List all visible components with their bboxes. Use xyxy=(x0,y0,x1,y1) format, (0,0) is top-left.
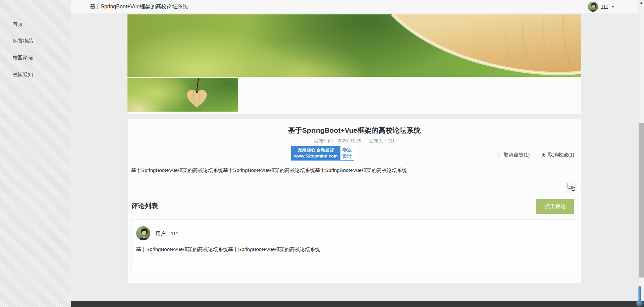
watermark-url: www.51topmind.com xyxy=(294,153,338,159)
scrollbar-up-arrow[interactable]: ▲ xyxy=(639,1,644,4)
sidebar-nav: 首页 闲置物品 校园论坛 校园通知 xyxy=(0,0,71,83)
app-root: 首页 闲置物品 校园论坛 校园通知 基于SpringBoot+Vue框架的高校论… xyxy=(0,0,644,307)
scrollbar-thumb[interactable] xyxy=(639,123,644,278)
publisher-label: 发布人： xyxy=(369,138,388,143)
sidebar-item-idle-goods[interactable]: 闲置物品 xyxy=(0,33,71,49)
page-title: 基于SpringBoot+Vue框架的高校论坛系统 xyxy=(90,0,188,13)
sidebar-item-campus-notice[interactable]: 校园通知 xyxy=(0,66,71,83)
publish-time-value: 2025-01-25 xyxy=(337,138,362,143)
vertical-scrollbar[interactable]: ▲ xyxy=(638,0,644,307)
publish-time-label: 发布时间： xyxy=(314,138,337,143)
watermark-tag-line1: 毕业 xyxy=(342,147,352,153)
floating-scroll-widget[interactable] xyxy=(636,286,643,307)
sidebar-item-home[interactable]: 首页 xyxy=(0,16,71,33)
post-content: 基于SpringBoot+Vue框架的高校论坛系统基于SpringBoot+Vu… xyxy=(131,167,578,174)
commenter-avatar xyxy=(136,226,150,240)
unfavorite-label: 取消收藏(1) xyxy=(548,152,574,158)
post-actions: ♡ 取消点赞(1) ★ 取消收藏(1) xyxy=(496,152,574,158)
comment-user-label: 用户： xyxy=(156,231,171,236)
unlike-button[interactable]: ♡ 取消点赞(1) xyxy=(496,152,530,158)
topbar: 基于SpringBoot+Vue框架的高校论坛系统 111 ▼ xyxy=(71,0,638,14)
star-icon: ★ xyxy=(541,152,546,158)
watermark-text-block: 无须担心.自动发货 www.51topmind.com xyxy=(291,146,340,160)
post-thumbnail-image[interactable] xyxy=(127,78,238,112)
comment-item: 用户：111 基于SpringBoot+Vue框架的高校论坛系统基于Spring… xyxy=(131,219,578,272)
watermark-badge: 无须担心.自动发货 www.51topmind.com 毕业 设计 xyxy=(291,146,354,161)
post-meta: 发布时间：2025-01-25发布人：111 xyxy=(128,138,581,144)
post-title: 基于SpringBoot+Vue框架的高校论坛系统 xyxy=(128,126,581,135)
comment-user-name: 111 xyxy=(171,231,178,236)
comment-user: 用户：111 xyxy=(156,231,178,237)
watermark-line1: 无须担心.自动发货 xyxy=(294,147,338,153)
comment-button[interactable]: 点击评论 xyxy=(536,199,574,214)
user-name: 111 xyxy=(601,4,608,10)
user-menu[interactable]: 111 ▼ xyxy=(588,2,614,12)
sidebar: 首页 闲置物品 校园论坛 校园通知 xyxy=(0,0,71,307)
comment-shortcut[interactable] xyxy=(564,180,580,196)
heart-outline-icon: ♡ xyxy=(496,152,501,158)
unfavorite-button[interactable]: ★ 取消收藏(1) xyxy=(541,152,574,158)
thumbnail-strip xyxy=(127,77,581,114)
footer-bar xyxy=(71,301,644,307)
unlike-label: 取消点赞(1) xyxy=(503,152,530,158)
comment-text: 基于SpringBoot+Vue框架的高校论坛系统基于SpringBoot+Vu… xyxy=(136,246,320,253)
watermark-tag-line2: 设计 xyxy=(342,153,352,160)
comments-heading: 评论列表 xyxy=(131,201,158,210)
post-card: 基于SpringBoot+Vue框架的高校论坛系统 发布时间：2025-01-2… xyxy=(127,119,581,283)
watermark-tag-block: 毕业 设计 xyxy=(340,146,354,160)
publisher-value: 111 xyxy=(388,138,395,143)
caret-down-icon: ▼ xyxy=(612,5,614,8)
user-avatar[interactable] xyxy=(588,2,598,12)
mouse-cursor-pointer xyxy=(569,185,577,193)
sidebar-item-campus-forum[interactable]: 校园论坛 xyxy=(0,49,71,66)
post-banner-image xyxy=(127,14,581,77)
